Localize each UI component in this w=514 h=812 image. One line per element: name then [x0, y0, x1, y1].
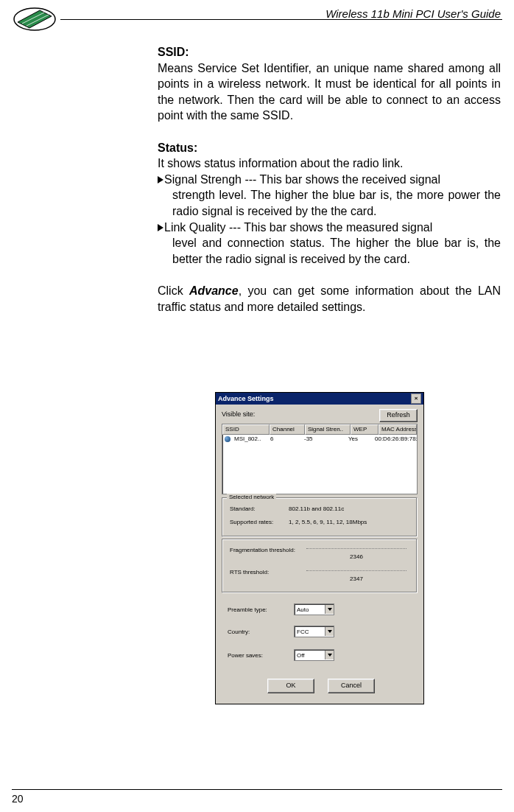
country-combo[interactable]: FCC: [294, 626, 334, 637]
col-mac[interactable]: MAC Address: [379, 424, 417, 435]
close-button[interactable]: ×: [411, 393, 421, 404]
refresh-button[interactable]: Refresh: [379, 409, 418, 422]
advance-word: Advance: [189, 284, 239, 297]
power-combo[interactable]: Off: [294, 649, 334, 661]
power-label: Power saves:: [228, 652, 294, 659]
selected-network-title: Selected network: [227, 494, 276, 500]
preamble-combo[interactable]: Auto: [294, 603, 334, 615]
standard-value: 802.11b and 802.11c: [289, 505, 409, 512]
status-heading: Status:: [158, 140, 501, 156]
rates-label: Supported rates:: [230, 519, 289, 525]
chevron-down-icon: [325, 605, 334, 614]
network-icon: [225, 436, 230, 442]
country-row: Country: FCC: [228, 626, 334, 637]
triangle-bullet-icon: [158, 176, 163, 183]
rts-value: 2347: [350, 575, 363, 582]
list-header: SSID Channel Signal Stren.. WEP MAC Addr…: [222, 424, 417, 435]
dialog-title: Advance Settings: [218, 393, 274, 405]
visible-site-label: Visible site:: [222, 410, 255, 418]
country-label: Country:: [228, 629, 294, 635]
bullet-link-quality: Link Quality --- This bar shows the meas…: [158, 220, 501, 236]
cell-signal: -35: [302, 435, 346, 445]
ok-button[interactable]: OK: [267, 679, 314, 693]
dialog-titlebar: Advance Settings ×: [216, 393, 423, 405]
advance-paragraph: Click Advance, you can get some informat…: [158, 283, 501, 315]
chevron-down-icon: [325, 651, 334, 659]
bullet1-leadline: Signal Strengh --- This bar shows the re…: [164, 172, 501, 188]
ssid-paragraph: Means Service Set Identifier, an unique …: [158, 60, 501, 124]
cell-channel: 6: [268, 435, 302, 445]
bullet1-rest: strength level. The higher the blue bar …: [172, 187, 501, 219]
preamble-label: Preamble type:: [228, 606, 294, 613]
bullet-signal-strength: Signal Strengh --- This bar shows the re…: [158, 172, 501, 188]
logo-icon: [12, 6, 57, 32]
chevron-down-icon: [325, 627, 334, 636]
rts-label: RTS threshold:: [230, 569, 303, 575]
fragmentation-slider[interactable]: 2346: [306, 548, 406, 552]
status-paragraph: It shows status information about the ra…: [158, 155, 501, 172]
list-row[interactable]: MSI_802.. 6 -35 Yes 00:D6:26:B9:78:3E: [222, 435, 417, 445]
visible-site-list[interactable]: SSID Channel Signal Stren.. WEP MAC Addr…: [222, 424, 418, 494]
advance-settings-dialog: Advance Settings × Visible site: Refresh…: [215, 392, 424, 704]
preamble-row: Preamble type: Auto: [228, 603, 334, 615]
cell-ssid: MSI_802..: [222, 435, 268, 445]
col-ssid[interactable]: SSID: [222, 424, 270, 435]
rts-slider[interactable]: 2347: [306, 570, 406, 574]
rates-value: 1, 2, 5.5, 6, 9, 11, 12, 18Mbps: [289, 519, 409, 525]
selected-network-group: Selected network Standard:802.11b and 80…: [222, 497, 418, 537]
standard-label: Standard:: [230, 505, 289, 512]
footer-rule: [12, 789, 502, 790]
content-block: SSID: Means Service Set Identifier, an u…: [158, 44, 501, 315]
thresholds-group: Fragmentation threshold: 2346 RTS thresh…: [222, 539, 418, 593]
col-channel[interactable]: Channel: [270, 424, 305, 435]
ssid-heading: SSID:: [158, 44, 501, 60]
triangle-bullet-icon: [158, 224, 163, 231]
cell-wep: Yes: [346, 435, 373, 445]
col-signal[interactable]: Signal Stren..: [305, 424, 351, 435]
frag-label: Fragmentation threshold:: [230, 547, 303, 553]
header-title: Wireless 11b Mini PCI User's Guide: [325, 7, 501, 20]
cell-mac: 00:D6:26:B9:78:3E: [373, 435, 417, 445]
power-row: Power saves: Off: [228, 649, 334, 661]
bullet2-rest: level and connection status. The higher …: [172, 235, 501, 267]
col-wep[interactable]: WEP: [351, 424, 379, 435]
bullet2-leadline: Link Quality --- This bar shows the meas…: [164, 220, 501, 236]
cancel-button[interactable]: Cancel: [328, 679, 375, 693]
frag-value: 2346: [350, 553, 363, 560]
advance-pre: Click: [158, 284, 189, 297]
page-number: 20: [12, 793, 24, 805]
